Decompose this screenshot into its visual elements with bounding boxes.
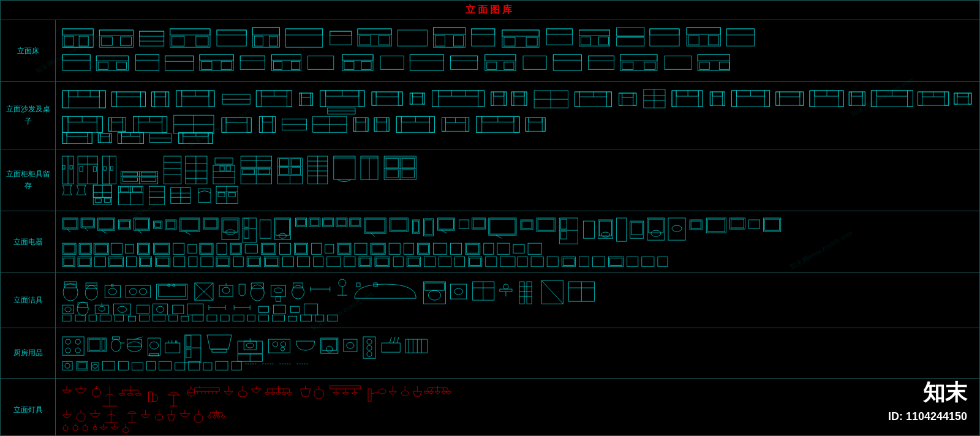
svg-rect-553 (314, 257, 323, 266)
svg-rect-706 (185, 335, 201, 363)
svg-rect-731 (382, 343, 400, 352)
svg-rect-542 (189, 257, 197, 266)
svg-rect-9 (140, 31, 164, 46)
svg-rect-444 (413, 221, 418, 232)
svg-rect-456 (521, 220, 533, 230)
svg-rect-225 (68, 117, 97, 122)
svg-point-808 (401, 391, 409, 396)
svg-rect-451 (472, 218, 486, 229)
svg-point-839 (63, 426, 68, 430)
svg-rect-154 (438, 91, 478, 96)
svg-rect-8 (120, 37, 131, 45)
svg-rect-42 (546, 29, 572, 34)
svg-rect-471 (647, 218, 665, 240)
svg-rect-460 (559, 218, 578, 244)
svg-rect-16 (217, 30, 246, 46)
svg-rect-48 (617, 37, 644, 46)
row-sanitary-content (56, 273, 979, 327)
svg-rect-201 (839, 91, 843, 107)
svg-rect-447 (437, 218, 454, 230)
svg-rect-41 (546, 29, 572, 45)
svg-rect-605 (251, 283, 263, 288)
svg-rect-389 (216, 186, 238, 203)
svg-rect-529 (62, 257, 75, 266)
svg-rect-509 (296, 244, 307, 253)
svg-rect-623 (473, 282, 494, 300)
svg-rect-305 (80, 167, 83, 171)
svg-rect-27 (358, 29, 391, 34)
svg-rect-285 (109, 134, 111, 143)
svg-rect-61 (96, 56, 128, 61)
row-sanitary-label: 立面洁具 (1, 273, 56, 327)
svg-rect-479 (707, 219, 725, 231)
svg-rect-121 (176, 91, 182, 107)
svg-rect-46 (599, 37, 609, 45)
svg-rect-63 (116, 62, 126, 69)
svg-rect-743 (78, 363, 86, 369)
svg-rect-727 (363, 337, 375, 358)
svg-rect-35 (472, 29, 495, 46)
svg-rect-253 (353, 118, 356, 132)
svg-rect-540 (157, 258, 169, 265)
svg-rect-71 (221, 61, 232, 69)
svg-line-812 (426, 388, 428, 391)
svg-line-834 (209, 412, 211, 416)
svg-rect-559 (376, 258, 388, 265)
kitchen-svg (59, 331, 976, 376)
svg-rect-537 (140, 257, 152, 266)
svg-rect-747 (118, 361, 128, 370)
svg-rect-56 (726, 29, 754, 46)
svg-rect-561 (407, 257, 420, 266)
svg-point-627 (503, 284, 508, 289)
svg-rect-417 (222, 218, 239, 239)
svg-line-734 (397, 337, 399, 343)
svg-rect-301 (62, 165, 65, 169)
svg-rect-302 (70, 165, 72, 169)
svg-rect-531 (78, 257, 91, 266)
svg-point-640 (65, 307, 71, 312)
svg-rect-576 (592, 257, 605, 266)
svg-rect-469 (630, 221, 644, 238)
svg-rect-367 (386, 170, 398, 178)
svg-rect-23 (285, 29, 322, 35)
svg-rect-680 (288, 317, 296, 321)
svg-rect-406 (135, 219, 148, 229)
svg-rect-333 (226, 166, 230, 171)
svg-rect-485 (62, 243, 76, 254)
svg-rect-122 (209, 91, 214, 107)
svg-rect-682 (315, 315, 324, 321)
svg-rect-45 (581, 37, 590, 45)
svg-rect-115 (116, 92, 140, 97)
svg-rect-681 (301, 315, 312, 321)
svg-rect-557 (360, 258, 370, 265)
svg-rect-662 (304, 304, 318, 315)
row-kitchen-label: 厨房用品 (1, 328, 56, 378)
svg-rect-516 (372, 244, 384, 253)
svg-rect-229 (123, 118, 126, 132)
svg-rect-575 (579, 257, 589, 266)
svg-rect-474 (668, 218, 685, 240)
svg-rect-649 (153, 304, 168, 315)
svg-rect-138 (359, 91, 364, 107)
svg-rect-523 (466, 243, 480, 254)
svg-rect-318 (141, 178, 156, 181)
svg-rect-411 (167, 221, 175, 228)
svg-rect-486 (64, 244, 75, 253)
svg-rect-29 (379, 36, 390, 45)
svg-rect-244 (259, 117, 262, 133)
svg-line-697 (134, 337, 142, 339)
svg-rect-404 (119, 221, 129, 228)
svg-rect-480 (729, 218, 745, 229)
svg-rect-412 (180, 218, 200, 231)
svg-rect-441 (390, 218, 408, 231)
svg-rect-43 (579, 30, 609, 46)
svg-point-745 (92, 364, 97, 368)
svg-rect-245 (272, 117, 275, 133)
svg-rect-283 (98, 134, 111, 143)
svg-rect-349 (292, 167, 301, 175)
svg-rect-173 (619, 93, 636, 105)
svg-rect-86 (451, 56, 478, 69)
svg-rect-323 (186, 156, 207, 184)
svg-point-687 (66, 348, 70, 353)
svg-rect-7 (101, 37, 112, 45)
